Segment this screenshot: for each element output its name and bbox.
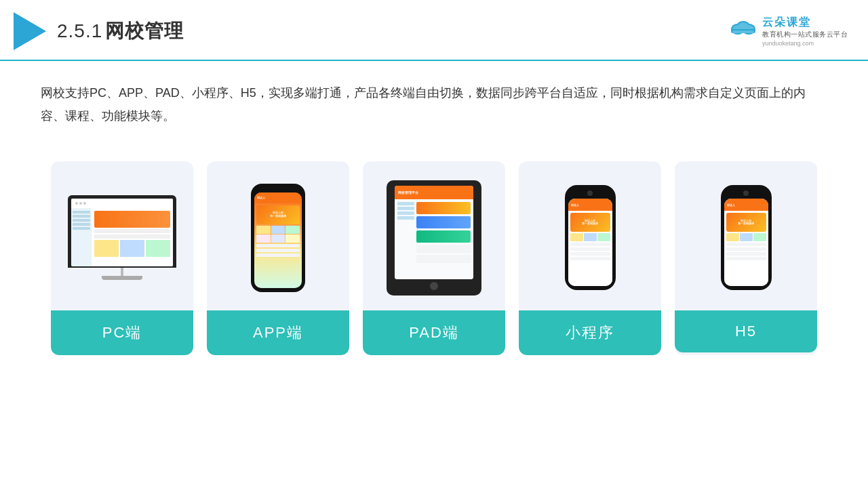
monitor-dot-3 (83, 202, 86, 205)
monitor-banner (94, 211, 170, 228)
header-right: 云朵课堂 教育机构一站式服务云平台 yunduoketang.com (728, 16, 848, 47)
card-app-label: APP端 (207, 310, 349, 355)
tablet-home-button (430, 282, 438, 290)
card-h5-label: H5 (675, 310, 817, 352)
logo-triangle-icon (14, 12, 46, 50)
phone-app-mockup: 职达人 职达人的第一堂刷题课 (251, 184, 305, 292)
card-app-image: 职达人 职达人的第一堂刷题课 (207, 161, 349, 310)
phone-notch (271, 188, 285, 190)
tablet-body: 网校管理平台 (387, 180, 481, 296)
phone-screen-inner: 职达人 职达人的第一堂刷题课 (254, 192, 302, 288)
phone-camera (587, 190, 593, 196)
cloud-icon (728, 17, 758, 37)
card-pad-label: PAD端 (363, 310, 505, 355)
logo-slogan: 教育机构一站式服务云平台 (762, 30, 848, 39)
card-miniprogram: 职达人 职达人的第一堂刷题课 (519, 161, 661, 355)
monitor-mockup (68, 195, 176, 280)
phone-banner: 职达人的第一堂刷题课 (256, 205, 300, 224)
title-text: 网校管理 (105, 20, 184, 41)
card-h5: 职达人 职达人的第一堂刷题课 (675, 161, 817, 355)
svg-rect-7 (732, 30, 754, 33)
phone-mini-mockup: 职达人 职达人的第一堂刷题课 (565, 185, 616, 290)
phone-h5-mockup: 职达人 职达人的第一堂刷题课 (721, 185, 772, 290)
phone-app-screen: 职达人 职达人的第一堂刷题课 (254, 192, 302, 288)
tablet-sidebar (397, 202, 414, 277)
monitor-main-content (92, 208, 173, 266)
tablet-main (416, 202, 471, 277)
monitor-screen-content (71, 199, 173, 266)
tablet-screen-inner: 网校管理平台 (395, 186, 473, 279)
logo-url: yunduoketang.com (762, 40, 814, 47)
header-left: 2.5.1网校管理 (14, 12, 184, 50)
monitor-screen (71, 199, 173, 266)
phone-h5-camera (743, 190, 749, 196)
phone-content: 职达人的第一堂刷题课 (254, 203, 302, 288)
phone-header-bar: 职达人 (254, 192, 302, 203)
cards-container: PC端 职达人 职达人的第一堂刷题课 (0, 141, 868, 375)
monitor-body (71, 208, 173, 266)
card-mini-image: 职达人 职达人的第一堂刷题课 (519, 161, 661, 310)
phone-grid (256, 226, 300, 243)
monitor-screen-outer (68, 195, 176, 268)
card-app: 职达人 职达人的第一堂刷题课 (207, 161, 349, 355)
tablet-mockup: 网校管理平台 (387, 180, 481, 296)
phone-h5-body: 职达人 职达人的第一堂刷题课 (721, 185, 772, 290)
monitor-sidebar (71, 208, 92, 266)
phone-app-body: 职达人 职达人的第一堂刷题课 (251, 184, 305, 292)
card-pc-image (51, 161, 193, 310)
phone-mini-screen: 职达人 职达人的第一堂刷题课 (568, 199, 612, 286)
description-text: 网校支持PC、APP、PAD、小程序、H5，实现多端打通，产品各终端自由切换，数… (0, 61, 868, 134)
logo-text: 云朵课堂 教育机构一站式服务云平台 (762, 16, 848, 39)
card-h5-image: 职达人 职达人的第一堂刷题课 (675, 161, 817, 310)
monitor-dot-1 (75, 202, 78, 205)
monitor-dot-2 (79, 202, 82, 205)
monitor-base (102, 276, 142, 280)
phone-mini-body: 职达人 职达人的第一堂刷题课 (565, 185, 616, 290)
page-title: 2.5.1网校管理 (57, 18, 184, 44)
monitor-top-bar (71, 199, 173, 208)
logo-name: 云朵课堂 (762, 16, 848, 30)
card-pad-image: 网校管理平台 (363, 161, 505, 310)
card-pad: 网校管理平台 (363, 161, 505, 355)
tablet-screen: 网校管理平台 (395, 186, 473, 279)
card-pc: PC端 (51, 161, 193, 355)
card-miniprogram-label: 小程序 (519, 310, 661, 355)
tablet-top: 网校管理平台 (395, 186, 473, 199)
card-pc-label: PC端 (51, 310, 193, 355)
phone-h5-screen: 职达人 职达人的第一堂刷题课 (724, 199, 768, 286)
cloud-logo: 云朵课堂 教育机构一站式服务云平台 (728, 16, 848, 39)
monitor-neck (121, 268, 123, 276)
tablet-body-content (395, 199, 473, 279)
title-number: 2.5.1 (57, 20, 102, 41)
header: 2.5.1网校管理 云朵课堂 教育机构一站式服务云平台 yunduoketang… (0, 0, 868, 61)
